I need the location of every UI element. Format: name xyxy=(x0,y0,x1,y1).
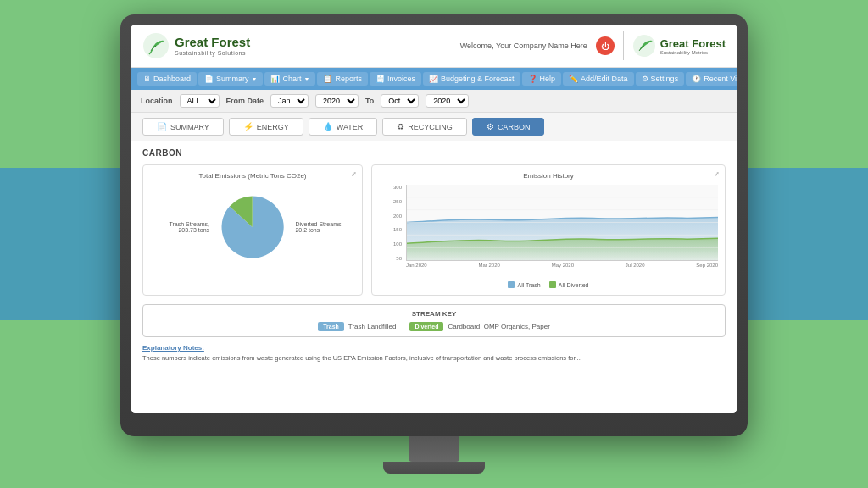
diverted-label: Diverted Streams, 20.2 tons xyxy=(295,221,355,233)
logo-text-block: Great Forest Sustainability Solutions xyxy=(175,36,250,56)
from-date-label: From Date xyxy=(226,97,264,105)
location-label: Location xyxy=(141,97,173,105)
monitor-stand-top xyxy=(409,436,459,462)
pie-chart-box: ⤢ Total Emissions (Metric Tons CO2e) Tra… xyxy=(142,164,363,296)
y-label-50: 50 xyxy=(396,256,402,261)
diverted-badge: Diverted xyxy=(409,322,443,331)
summary-tab-icon: 📄 xyxy=(157,122,167,131)
nav-invoices[interactable]: 🧾 Invoices xyxy=(370,72,421,86)
y-label-300: 300 xyxy=(393,185,402,190)
nav-chart-label: Chart xyxy=(282,75,301,83)
welcome-text: Welcome, Your Company Name Here xyxy=(460,42,587,50)
logo-left-icon xyxy=(142,32,170,59)
notes-section: Explanatory Notes: These numbers indicat… xyxy=(142,344,726,363)
line-chart-yaxis: 300 250 200 150 100 50 xyxy=(379,185,404,261)
tab-summary-label: SUMMARY xyxy=(170,123,209,131)
y-label-100: 100 xyxy=(393,241,402,247)
nav-budget[interactable]: 📈 Budgeting & Forecast xyxy=(423,72,520,86)
line-chart-xaxis: Jan 2020 Mar 2020 May 2020 Jul 2020 Sep … xyxy=(406,263,718,278)
nav-bar: 🖥 Dashboard 📄 Summary ▼ 📊 Chart ▼ 📋 Repo… xyxy=(131,68,737,90)
logo-main-text: Great Forest xyxy=(175,36,250,50)
y-label-200: 200 xyxy=(393,214,402,219)
legend-diverted-label: All Diverted xyxy=(559,282,589,288)
from-year-select[interactable]: 2020 xyxy=(315,94,359,108)
to-year-select[interactable]: 2020 xyxy=(426,94,469,108)
nav-help[interactable]: ❓ Help xyxy=(522,72,562,86)
tab-water[interactable]: 💧 WATER xyxy=(309,118,378,136)
reports-icon: 📋 xyxy=(323,75,332,83)
logo-right-main-text: Great Forest xyxy=(660,37,726,50)
power-button[interactable]: ⏻ xyxy=(596,36,615,55)
recycling-tab-icon: ♻ xyxy=(397,122,404,131)
logo-right-text: Great Forest Sustainability Metrics xyxy=(660,37,726,55)
budget-icon: 📈 xyxy=(429,75,438,83)
chart-legend: All Trash All Diverted xyxy=(379,281,718,288)
nav-reports-label: Reports xyxy=(335,75,362,83)
pie-chart-svg xyxy=(218,185,287,269)
section-tabs: 📄 SUMMARY ⚡ ENERGY 💧 WATER ♻ RECYCLING ⚙ xyxy=(131,113,737,141)
settings-icon: ⚙ xyxy=(642,75,648,83)
logo-right-sub-text: Sustainability Metrics xyxy=(660,50,726,55)
tab-recycling-label: RECYCLING xyxy=(408,123,453,131)
from-month-select[interactable]: Jan xyxy=(270,94,309,108)
nav-add-edit[interactable]: ✏️ Add/Edit Data xyxy=(563,72,634,86)
legend-trash: All Trash xyxy=(508,281,540,288)
stream-key-box: STREAM KEY Trash Trash Landfilled Divert… xyxy=(142,304,726,337)
nav-reports[interactable]: 📋 Reports xyxy=(317,72,368,86)
monitor-wrapper: Great Forest Sustainability Solutions We… xyxy=(120,14,748,474)
charts-row: ⤢ Total Emissions (Metric Tons CO2e) Tra… xyxy=(142,164,726,296)
x-label-jan: Jan 2020 xyxy=(406,263,427,278)
logo-right: Great Forest Sustainability Metrics xyxy=(632,34,726,58)
trash-label: Trash Streams, 203.73 tons xyxy=(150,221,209,233)
nav-dashboard-label: Dashboard xyxy=(153,75,191,83)
chart-icon: 📊 xyxy=(270,75,280,83)
tab-carbon-label: CARBON xyxy=(498,123,531,131)
invoices-icon: 🧾 xyxy=(376,75,385,83)
logo-right-icon xyxy=(632,34,656,58)
pie-labels-right: Diverted Streams, 20.2 tons xyxy=(295,221,355,233)
nav-dashboard[interactable]: 🖥 Dashboard xyxy=(137,72,197,86)
line-expand-icon[interactable]: ⤢ xyxy=(714,170,720,178)
logo-sub-text: Sustainability Solutions xyxy=(175,50,250,56)
header-right: Welcome, Your Company Name Here ⏻ Great … xyxy=(460,31,726,60)
tab-summary[interactable]: 📄 SUMMARY xyxy=(142,118,224,136)
nav-chart[interactable]: 📊 Chart ▼ xyxy=(264,72,315,86)
y-label-250: 250 xyxy=(393,199,402,204)
legend-diverted: All Diverted xyxy=(549,281,589,288)
to-month-select[interactable]: Oct xyxy=(381,94,419,108)
filter-bar: Location ALL From Date Jan 2020 To Oct 2… xyxy=(131,90,737,113)
x-label-feb: Mar 2020 xyxy=(479,263,500,278)
tab-recycling[interactable]: ♻ RECYCLING xyxy=(382,118,467,136)
notes-text: These numbers indicate emissions from wa… xyxy=(142,354,726,363)
nav-summary[interactable]: 📄 Summary ▼ xyxy=(198,72,263,86)
location-select[interactable]: ALL xyxy=(180,94,220,108)
section-title: CARBON xyxy=(142,148,726,158)
stream-key-title: STREAM KEY xyxy=(153,310,715,318)
monitor-bezel: Great Forest Sustainability Solutions We… xyxy=(120,14,748,436)
nav-recent[interactable]: 🕐 Recent View xyxy=(686,72,737,86)
app-header: Great Forest Sustainability Solutions We… xyxy=(131,25,737,68)
recent-icon: 🕐 xyxy=(692,75,701,83)
notes-title: Explanatory Notes: xyxy=(142,344,726,352)
x-label-jun: Jul 2020 xyxy=(626,263,645,278)
tab-energy[interactable]: ⚡ ENERGY xyxy=(229,118,303,136)
line-chart-area: 300 250 200 150 100 50 xyxy=(379,185,718,278)
line-chart-title: Emission History xyxy=(379,172,718,180)
tab-water-label: WATER xyxy=(337,123,364,131)
nav-settings[interactable]: ⚙ Settings xyxy=(636,72,685,86)
pie-expand-icon[interactable]: ⤢ xyxy=(351,170,357,178)
line-chart-svg xyxy=(407,185,718,260)
tab-carbon[interactable]: ⚙ CARBON xyxy=(472,118,545,136)
legend-trash-label: All Trash xyxy=(517,282,540,288)
legend-trash-dot xyxy=(508,281,515,288)
line-chart-box: ⤢ Emission History 300 250 200 150 100 5… xyxy=(371,164,726,296)
add-edit-icon: ✏️ xyxy=(569,75,578,83)
water-tab-icon: 💧 xyxy=(323,122,333,131)
main-content: CARBON ⤢ Total Emissions (Metric Tons CO… xyxy=(131,141,737,413)
to-label: To xyxy=(365,97,374,105)
logo-left: Great Forest Sustainability Solutions xyxy=(142,32,250,59)
x-label-apr: May 2020 xyxy=(552,263,574,278)
monitor-screen: Great Forest Sustainability Solutions We… xyxy=(131,25,737,413)
nav-add-edit-label: Add/Edit Data xyxy=(581,75,628,83)
nav-summary-label: Summary xyxy=(216,75,249,83)
